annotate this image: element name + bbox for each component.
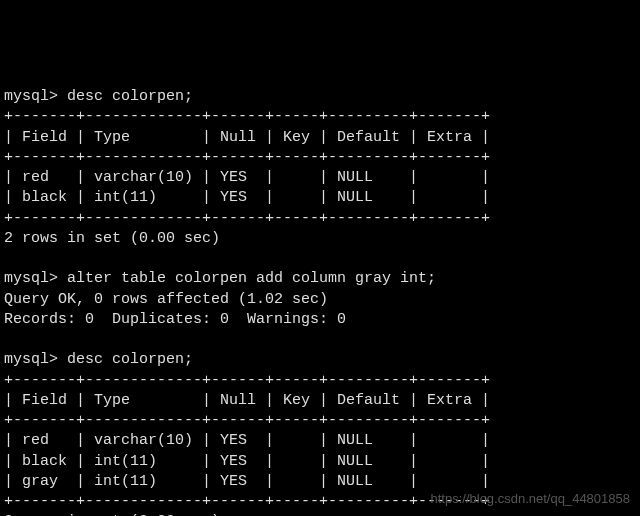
table1-sep-mid: +-------+-------------+------+-----+----… [4,149,490,166]
watermark: https://blog.csdn.net/qq_44801858 [431,490,631,508]
records-line: Records: 0 Duplicates: 0 Warnings: 0 [4,311,346,328]
table1-row-2: | black | int(11) | YES | | NULL | | [4,189,490,206]
rows-in-set-1: 2 rows in set (0.00 sec) [4,230,220,247]
prompt-line-3: mysql> desc colorpen; [4,351,193,368]
table2-row-1: | red | varchar(10) | YES | | NULL | | [4,432,490,449]
table2-header: | Field | Type | Null | Key | Default | … [4,392,490,409]
table1-sep-bot: +-------+-------------+------+-----+----… [4,210,490,227]
mysql-prompt: mysql> [4,351,58,368]
command-2: alter table colorpen add column gray int… [67,270,436,287]
command-1: desc colorpen; [67,88,193,105]
prompt-line-2: mysql> alter table colorpen add column g… [4,270,436,287]
prompt-line-1: mysql> desc colorpen; [4,88,193,105]
table2-row-3: | gray | int(11) | YES | | NULL | | [4,473,490,490]
mysql-prompt: mysql> [4,270,58,287]
command-3: desc colorpen; [67,351,193,368]
table2-sep-bot: +-------+-------------+------+-----+----… [4,493,490,510]
table2-sep-mid: +-------+-------------+------+-----+----… [4,412,490,429]
table2-row-2: | black | int(11) | YES | | NULL | | [4,453,490,470]
query-ok: Query OK, 0 rows affected (1.02 sec) [4,291,328,308]
table2-sep-top: +-------+-------------+------+-----+----… [4,372,490,389]
table1-header: | Field | Type | Null | Key | Default | … [4,129,490,146]
mysql-prompt: mysql> [4,88,58,105]
table1-sep-top: +-------+-------------+------+-----+----… [4,108,490,125]
terminal-output: mysql> desc colorpen; +-------+---------… [4,87,636,516]
table1-row-1: | red | varchar(10) | YES | | NULL | | [4,169,490,186]
